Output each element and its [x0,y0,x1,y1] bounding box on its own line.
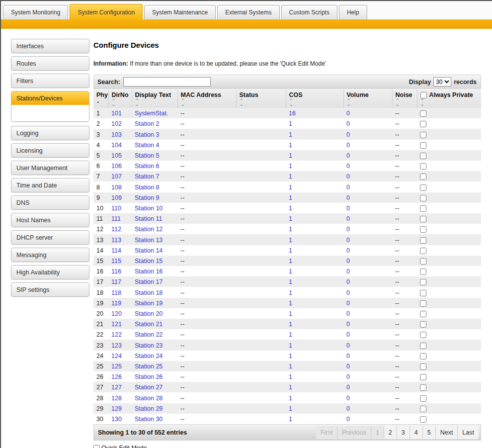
always-private-checkbox[interactable] [420,321,426,328]
cell-link-dirno[interactable]: 124 [111,353,122,359]
cell-link-dirno[interactable]: 121 [111,321,122,328]
cell-link-cos[interactable]: 1 [289,163,292,170]
cell-link-dirno[interactable]: 106 [111,163,122,170]
cell-link-cos[interactable]: 1 [289,173,292,180]
always-private-checkbox[interactable] [420,174,426,180]
always-private-checkbox[interactable] [420,153,426,159]
cell-link-display-text[interactable]: Station 21 [135,321,163,328]
page-button-4[interactable]: 4 [410,426,422,439]
cell-link-cos[interactable]: 1 [289,120,292,127]
cell-link-volume[interactable]: 0 [346,373,350,380]
cell-link-dirno[interactable]: 126 [111,373,122,380]
always-private-checkbox[interactable] [420,279,426,285]
sidebar-item-sip-settings[interactable]: SIP settings [11,282,89,297]
always-private-checkbox[interactable] [420,195,426,201]
always-private-checkbox[interactable] [420,184,426,191]
cell-link-dirno[interactable]: 117 [111,278,121,285]
sidebar-item-dhcp-server[interactable]: DHCP server [11,230,89,245]
cell-link-dirno[interactable]: 118 [111,289,121,296]
cell-link-dirno[interactable]: 105 [111,152,122,159]
sidebar-item-routes[interactable]: Routes [11,56,89,71]
cell-link-display-text[interactable]: Station 16 [135,268,163,275]
column-header-mac-address[interactable]: MAC Address⌃⌄ [177,90,236,108]
cell-link-cos[interactable]: 1 [289,268,292,275]
cell-link-display-text[interactable]: Station 28 [135,395,163,402]
cell-link-display-text[interactable]: Station 19 [135,300,163,307]
always-private-checkbox[interactable] [420,121,426,127]
cell-link-display-text[interactable]: Station 17 [135,278,163,285]
cell-link-volume[interactable]: 0 [346,278,350,285]
cell-link-dirno[interactable]: 122 [111,331,122,338]
cell-link-display-text[interactable]: Station 11 [135,215,162,222]
cell-link-dirno[interactable]: 108 [111,184,122,191]
cell-link-dirno[interactable]: 116 [111,268,121,275]
cell-link-cos[interactable]: 1 [289,353,292,359]
cell-link-cos[interactable]: 1 [289,331,292,338]
cell-link-cos[interactable]: 1 [289,278,292,285]
cell-link-cos[interactable]: 1 [289,405,292,412]
cell-link-volume[interactable]: 0 [346,416,350,423]
cell-link-volume[interactable]: 0 [346,342,350,349]
always-private-checkbox[interactable] [420,343,426,349]
cell-link-volume[interactable]: 0 [346,215,350,222]
always-private-checkbox[interactable] [420,163,426,170]
cell-link-cos[interactable]: 1 [289,237,292,244]
column-header-dirno[interactable]: DirNo⌃⌄ [108,90,132,108]
cell-link-cos[interactable]: 1 [289,184,292,191]
cell-link-dirno[interactable]: 110 [111,205,121,212]
cell-link-dirno[interactable]: 103 [111,131,122,138]
tab-external-systems[interactable]: External Systems [217,5,279,19]
cell-link-dirno[interactable]: 127 [111,384,122,391]
cell-link-cos[interactable]: 1 [289,258,292,265]
cell-link-cos[interactable]: 1 [289,342,292,349]
cell-link-dirno[interactable]: 112 [111,226,121,233]
always-private-checkbox[interactable] [420,290,426,296]
cell-link-display-text[interactable]: Station 25 [135,363,163,370]
always-private-checkbox[interactable] [420,142,426,149]
cell-link-volume[interactable]: 0 [346,194,350,201]
cell-link-dirno[interactable]: 102 [111,120,122,127]
quick-edit-mode-checkbox[interactable] [93,445,100,448]
cell-link-volume[interactable]: 0 [346,247,350,254]
always-private-checkbox[interactable] [420,258,426,265]
always-private-checkbox[interactable] [420,363,426,370]
cell-link-display-text[interactable]: Station 24 [135,353,163,359]
cell-link-dirno[interactable]: 113 [111,237,121,244]
cell-link-volume[interactable]: 0 [346,226,350,233]
cell-link-dirno[interactable]: 104 [111,142,122,149]
cell-link-display-text[interactable]: Station 2 [135,120,159,127]
sidebar-item-messaging[interactable]: Messaging [11,248,89,262]
always-private-checkbox[interactable] [420,395,426,402]
cell-link-volume[interactable]: 0 [346,268,350,275]
cell-link-cos[interactable]: 1 [289,142,292,149]
cell-link-cos[interactable]: 1 [289,300,292,307]
page-button-2[interactable]: 2 [384,426,397,439]
tab-system-monitoring[interactable]: System Monitoring [3,5,68,19]
cell-link-volume[interactable]: 0 [346,363,350,370]
cell-link-dirno[interactable]: 120 [111,310,122,317]
sidebar-item-host-names[interactable]: Host Names [11,213,89,227]
cell-link-display-text[interactable]: Station 10 [135,205,163,212]
cell-link-cos[interactable]: 1 [289,416,292,423]
cell-link-volume[interactable]: 0 [346,131,350,138]
select-all-always-private-checkbox[interactable] [420,92,427,98]
cell-link-volume[interactable]: 0 [346,395,350,402]
column-header-cos[interactable]: COS⌃⌄ [286,90,343,108]
cell-link-cos[interactable]: 1 [289,363,292,370]
cell-link-volume[interactable]: 0 [346,405,350,412]
cell-link-dirno[interactable]: 129 [111,405,122,412]
cell-link-dirno[interactable]: 123 [111,342,122,349]
always-private-checkbox[interactable] [420,237,426,244]
always-private-checkbox[interactable] [420,416,426,423]
always-private-checkbox[interactable] [420,216,426,222]
sidebar-item-licensing[interactable]: Licensing [11,143,89,158]
cell-link-display-text[interactable]: Station 22 [135,331,163,338]
cell-link-cos[interactable]: 1 [289,289,292,296]
always-private-checkbox[interactable] [420,406,426,412]
column-header-status[interactable]: Status⌃⌄ [236,90,286,108]
cell-link-display-text[interactable]: Station 12 [135,226,163,233]
tab-system-maintenance[interactable]: System Maintenance [144,5,216,19]
sidebar-item-stations-devices[interactable]: Stations/Devices [11,91,89,105]
column-header-phy[interactable]: Phy▲ [93,90,108,108]
page-button-last[interactable]: Last [457,426,479,439]
